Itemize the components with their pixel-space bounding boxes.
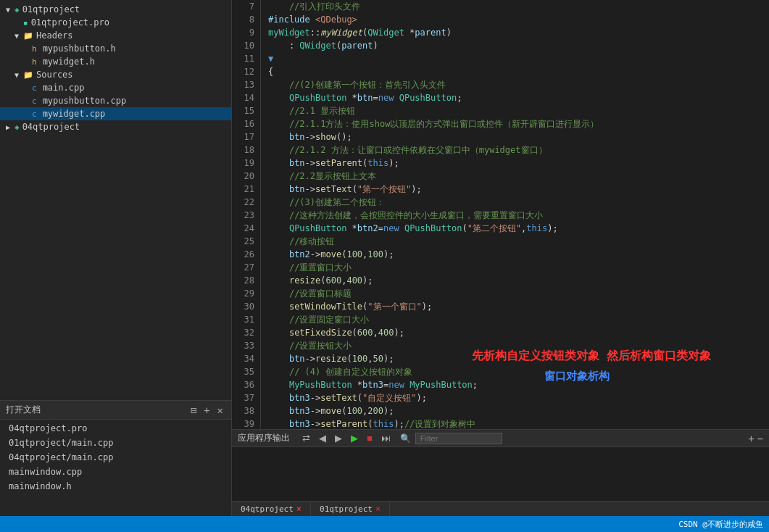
project-icon: ◈ [14, 5, 20, 14]
cpp-icon: c [32, 83, 37, 93]
code-container[interactable]: 7 8 9 10 11 12 13 14 15 16 17 18 19 20 2… [232, 0, 769, 429]
project-icon: ◈ [14, 122, 20, 132]
next-button[interactable]: ▶ [333, 432, 344, 444]
main-area: ◈ 01qtproject ▪ 01qtproject.pro 📁 Header… [0, 0, 769, 516]
tree-item-pro[interactable]: ▪ 01qtproject.pro [0, 16, 231, 29]
tree-label: mypushbutton.cpp [43, 96, 127, 106]
tree-label: main.cpp [43, 83, 85, 93]
tree-label: 01qtproject [22, 4, 80, 14]
bottom-tabs: 04qtproject × 01qtproject × [232, 501, 769, 516]
tree-label: mywidget.h [43, 57, 95, 67]
bottom-content [232, 447, 769, 501]
open-docs-panel: 打开文档 ⊟ + ✕ 04qtproject.pro 01qtproject/m… [0, 400, 231, 516]
tree-arrow [14, 71, 23, 79]
tree-item-headers[interactable]: 📁 Headers [0, 29, 231, 42]
status-right: CSDN @不断进步的咸鱼 [678, 519, 763, 530]
open-docs-header: 打开文档 ⊟ + ✕ [0, 401, 231, 420]
step-button[interactable]: ⏭ [379, 432, 393, 444]
tree-item-mypushbutton-h[interactable]: h mypushbutton.h [0, 42, 231, 55]
doc-item[interactable]: 04qtproject/main.cpp [0, 450, 231, 465]
open-docs-controls: ⊟ + ✕ [188, 404, 225, 416]
search-icon: 🔍 [400, 433, 411, 444]
tree-label: mywidget.cpp [43, 109, 106, 119]
add-remove-controls: + − [748, 433, 763, 444]
h-icon: h [32, 57, 37, 67]
tab-label: 01qtproject [320, 504, 373, 514]
tree-item-mywidget-cpp[interactable]: c mywidget.cpp [0, 107, 231, 120]
file-tree: ◈ 01qtproject ▪ 01qtproject.pro 📁 Header… [0, 0, 231, 400]
bottom-panel-title: 应用程序输出 [238, 432, 290, 444]
tree-label: 01qtproject.pro [31, 17, 109, 28]
open-docs-list: 04qtproject.pro 01qtproject/main.cpp 04q… [0, 420, 231, 516]
remove-button[interactable]: − [757, 433, 763, 444]
stop-button[interactable]: ■ [365, 432, 375, 444]
tree-label: 04qtproject [22, 122, 80, 132]
wrap-button[interactable]: ⇄ [300, 432, 312, 444]
code-editor[interactable]: //引入打印头文件 #include <QDebug> myWidget::my… [261, 0, 769, 429]
folder-icon: 📁 [23, 70, 33, 80]
tree-item-mypushbutton-cpp[interactable]: c mypushbutton.cpp [0, 94, 231, 107]
prev-button[interactable]: ◀ [317, 432, 328, 444]
tree-label: mypushbutton.h [43, 43, 116, 54]
tree-label: Sources [36, 70, 73, 80]
folder-icon: 📁 [23, 31, 33, 41]
bottom-panel: 应用程序输出 ⇄ ◀ ▶ ▶ ■ ⏭ 🔍 + − 04qtproject × [232, 429, 769, 516]
add-icon[interactable]: + [201, 404, 212, 416]
tree-item-main-cpp[interactable]: c main.cpp [0, 81, 231, 94]
cpp-icon: c [32, 96, 37, 106]
tree-arrow [6, 123, 14, 131]
bottom-tab-01qtproject[interactable]: 01qtproject × [311, 502, 390, 516]
open-docs-title: 打开文档 [6, 404, 188, 416]
pro-icon: ▪ [23, 18, 28, 28]
status-bar: CSDN @不断进步的咸鱼 [0, 516, 769, 532]
doc-item[interactable]: mainwindow.cpp [0, 465, 231, 479]
tree-label: Headers [36, 30, 73, 41]
h-icon: h [32, 44, 37, 54]
bottom-tab-04qtproject[interactable]: 04qtproject × [232, 502, 311, 516]
tab-label: 04qtproject [241, 504, 294, 514]
tree-arrow [6, 6, 14, 14]
editor-area: 7 8 9 10 11 12 13 14 15 16 17 18 19 20 2… [232, 0, 769, 516]
tree-item-sources[interactable]: 📁 Sources [0, 68, 231, 81]
doc-item[interactable]: 04qtproject.pro [0, 421, 231, 436]
tab-close-icon[interactable]: × [375, 504, 381, 514]
tab-close-icon[interactable]: × [296, 504, 302, 514]
close-icon[interactable]: ✕ [215, 404, 225, 416]
doc-item[interactable]: 01qtproject/main.cpp [0, 436, 231, 450]
filter-input[interactable] [415, 433, 502, 444]
cpp-icon: c [32, 109, 37, 119]
bottom-toolbar: 应用程序输出 ⇄ ◀ ▶ ▶ ■ ⏭ 🔍 + − [232, 430, 769, 447]
tree-arrow [14, 32, 23, 40]
tree-item-mywidget-h[interactable]: h mywidget.h [0, 55, 231, 68]
sidebar: ◈ 01qtproject ▪ 01qtproject.pro 📁 Header… [0, 0, 232, 516]
line-numbers: 7 8 9 10 11 12 13 14 15 16 17 18 19 20 2… [232, 0, 261, 429]
doc-item[interactable]: mainwindow.h [0, 479, 231, 494]
tree-item-project[interactable]: ◈ 01qtproject [0, 3, 231, 16]
add-button[interactable]: + [748, 433, 754, 444]
split-icon[interactable]: ⊟ [188, 404, 199, 416]
tree-item-04qtproject[interactable]: ◈ 04qtproject [0, 120, 231, 133]
run-button[interactable]: ▶ [349, 432, 360, 444]
